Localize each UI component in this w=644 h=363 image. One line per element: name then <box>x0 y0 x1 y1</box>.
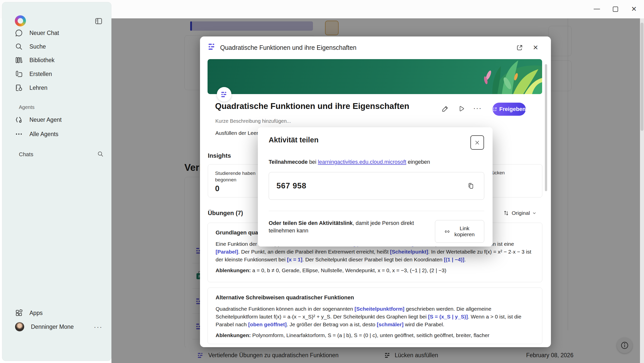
modal-scrollbar-thumb[interactable] <box>545 64 547 191</box>
activity-title: Quadratische Funktionen und ihre Eigensc… <box>215 101 409 111</box>
dialog-close-button[interactable] <box>470 135 484 150</box>
more-options-button[interactable]: ··· <box>472 102 483 114</box>
preview-button[interactable] <box>456 103 467 114</box>
create-icon <box>15 70 23 78</box>
sidebar-toggle-button[interactable] <box>93 16 104 26</box>
share-activity-dialog: Aktivität teilen Teilnahmecode bei learn… <box>258 127 493 247</box>
window-minimize-button[interactable] <box>589 3 604 15</box>
sidebar-item-erstellen[interactable]: Erstellen <box>11 68 106 80</box>
join-site-link[interactable]: learningactivities.edu.cloud.microsoft <box>318 159 406 165</box>
exercise-title: Alternative Schreibweisen quadratischer … <box>216 294 534 301</box>
sidebar-item-neuer-chat[interactable]: Neuer Chat <box>11 27 106 39</box>
insight-value: 0 <box>215 184 219 193</box>
chat-search-button[interactable] <box>96 149 105 158</box>
chevron-down-icon <box>532 211 536 215</box>
open-in-new-icon <box>516 44 523 51</box>
play-icon <box>458 105 465 112</box>
join-instruction: Teilnahmecode bei learningactivities.edu… <box>269 159 430 165</box>
sidebar-item-suche[interactable]: Suche <box>11 41 106 53</box>
fill-blanks-icon <box>221 91 228 98</box>
user-name: Denninger Mone <box>31 324 74 330</box>
sidebar: Neuer Chat Suche Bibliothek Erstellen Le… <box>2 2 111 361</box>
exercise-card[interactable]: Alternative Schreibweisen quadratischer … <box>208 288 542 344</box>
share-button-label: Freigeben <box>499 106 526 112</box>
fill-blanks-icon <box>208 43 216 51</box>
search-icon <box>15 43 23 51</box>
copy-code-button[interactable] <box>465 180 476 191</box>
sidebar-item-label: Neuer Chat <box>29 30 59 36</box>
chat-icon <box>15 29 23 37</box>
close-icon: ✕ <box>533 44 538 52</box>
sort-control[interactable]: Original <box>503 210 536 216</box>
exercise-distractors: Ablenkungen: Polynomform, Linearfaktorfo… <box>216 332 534 338</box>
user-account-item[interactable]: Denninger Mone <box>11 321 106 333</box>
instruction-bold: Teilnahmecode <box>269 159 308 165</box>
activity-banner <box>208 59 542 94</box>
share-link-hint: Oder teilen Sie den Aktivitätslink, dami… <box>269 219 420 234</box>
modal-close-button[interactable]: ✕ <box>530 42 541 53</box>
open-in-new-button[interactable] <box>514 42 525 53</box>
teach-icon <box>15 84 23 92</box>
sidebar-item-label: Erstellen <box>29 71 52 77</box>
maximize-icon <box>613 7 618 12</box>
sidebar-item-lehren[interactable]: Lehren <box>11 82 106 94</box>
share-icon <box>493 106 497 112</box>
sidebar-item-label: Alle Agents <box>29 131 58 138</box>
copilot-logo-icon[interactable] <box>15 15 26 26</box>
activity-description-placeholder[interactable]: Kurze Beschreibung hinzufügen... <box>215 118 291 124</box>
copy-link-button[interactable]: Link kopieren <box>435 220 484 243</box>
user-avatar <box>15 322 24 332</box>
sidebar-item-label: Bibliothek <box>29 57 55 64</box>
new-agent-icon <box>15 116 23 124</box>
minimize-icon <box>594 9 600 9</box>
exercise-distractors: Ablenkungen: a = 0, b ≠ 0, Gerade, Ellip… <box>216 267 534 273</box>
sort-label: Original <box>512 210 530 216</box>
activity-avatar-badge <box>217 87 231 102</box>
window-close-button[interactable]: ✕ <box>626 3 641 15</box>
dialog-divider <box>269 211 484 211</box>
search-icon <box>97 151 104 157</box>
join-code-box: 567 958 <box>269 172 484 200</box>
apps-icon <box>15 309 23 317</box>
modal-header-title: Quadratische Funktionen und ihre Eigensc… <box>220 44 356 51</box>
copy-icon <box>468 183 474 189</box>
sort-arrows-icon <box>503 210 509 216</box>
link-icon <box>444 228 450 235</box>
user-more-button[interactable]: ··· <box>94 323 103 331</box>
sidebar-toggle-icon <box>95 17 103 25</box>
share-button[interactable]: Freigeben <box>493 103 526 116</box>
chats-section-label: Chats <box>19 151 33 158</box>
insights-heading: Insights <box>208 152 231 159</box>
sidebar-item-bibliothek[interactable]: Bibliothek <box>11 54 106 66</box>
app-window: ✕ Neuer Chat Suche Bibliothek Erstellen <box>0 0 644 363</box>
close-icon: ✕ <box>631 5 637 13</box>
library-icon <box>15 56 23 64</box>
sidebar-item-label: Apps <box>29 310 43 316</box>
join-code: 567 958 <box>276 181 306 190</box>
dialog-title: Aktivität teilen <box>269 136 318 144</box>
sidebar-item-label: Neuer Agent <box>29 116 62 123</box>
sidebar-item-label: Suche <box>29 43 46 50</box>
exercise-body: Quadratische Funktionen können auch in d… <box>216 305 534 328</box>
sidebar-item-neuer-agent[interactable]: Neuer Agent <box>11 114 106 126</box>
ellipsis-icon <box>15 130 23 138</box>
copy-link-label: Link kopieren <box>454 225 475 237</box>
sidebar-item-apps[interactable]: Apps <box>11 307 106 319</box>
window-maximize-button[interactable] <box>608 3 623 15</box>
page-scrollbar-thumb[interactable] <box>640 23 643 131</box>
close-icon <box>475 140 480 145</box>
sidebar-item-alle-agents[interactable]: Alle Agents <box>11 128 106 140</box>
edit-button[interactable] <box>439 103 451 114</box>
exercises-heading: Übungen (7) <box>208 210 243 217</box>
banner-plants-illustration <box>426 59 542 94</box>
sidebar-item-label: Lehren <box>29 85 48 91</box>
pencil-icon <box>442 105 449 112</box>
agents-section-label: Agents <box>19 104 34 110</box>
